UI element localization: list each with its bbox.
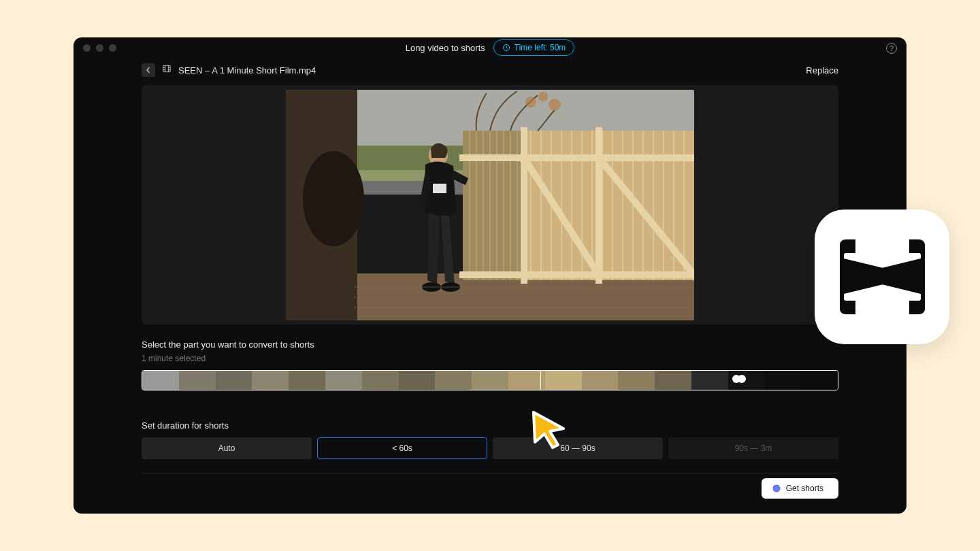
- duration-option-60-90[interactable]: 60 — 90s: [493, 437, 663, 459]
- divider: [142, 473, 838, 473]
- timeline-thumb[interactable]: [545, 371, 582, 390]
- replace-button[interactable]: Replace: [806, 65, 838, 76]
- window-controls[interactable]: [83, 44, 116, 52]
- chevron-left-icon: [146, 67, 151, 73]
- back-button[interactable]: [142, 63, 155, 77]
- timeline-thumb[interactable]: [362, 371, 399, 390]
- get-shorts-button[interactable]: Get shorts: [762, 478, 838, 499]
- titlebar: Long video to shorts Time left: 50m ?: [74, 37, 906, 58]
- clock-icon: [502, 44, 510, 52]
- titlebar-title: Long video to shorts: [406, 43, 485, 53]
- help-icon[interactable]: ?: [886, 43, 897, 54]
- svg-point-47: [525, 97, 536, 107]
- capcut-logo-icon: [836, 239, 928, 314]
- timeline-thumb[interactable]: [728, 371, 765, 390]
- preview-frame: [286, 90, 694, 320]
- app-logo-badge: [815, 210, 949, 344]
- timeline-thumb[interactable]: [765, 371, 802, 390]
- app-window: Long video to shorts Time left: 50m ?: [74, 37, 906, 514]
- minimize-dot[interactable]: [96, 44, 103, 52]
- timeline-thumb[interactable]: [399, 371, 436, 390]
- timeline-thumb[interactable]: [655, 371, 691, 390]
- svg-rect-14: [463, 131, 524, 280]
- duration-label: Set duration for shorts: [142, 420, 838, 431]
- timeline-thumb[interactable]: [582, 371, 619, 390]
- svg-point-46: [303, 151, 364, 246]
- duration-option-under60[interactable]: < 60s: [317, 437, 487, 459]
- svg-rect-13: [524, 131, 694, 280]
- filename-label: SEEN – A 1 Minute Short Film.mp4: [178, 65, 316, 76]
- duration-options: Auto < 60s 60 — 90s 90s — 3m: [142, 437, 838, 459]
- duration-option-90-3m: 90s — 3m: [668, 437, 838, 459]
- timeline-thumb[interactable]: [435, 371, 472, 390]
- timeline-thumb[interactable]: [252, 371, 289, 390]
- time-left-pill: Time left: 50m: [493, 39, 575, 56]
- svg-rect-51: [433, 184, 446, 193]
- timeline-playhead[interactable]: [540, 370, 542, 390]
- get-shorts-label: Get shorts: [786, 484, 823, 493]
- sparkle-icon: [772, 484, 781, 492]
- duration-option-auto[interactable]: Auto: [142, 437, 312, 459]
- timeline-thumb[interactable]: [142, 371, 179, 390]
- timeline-thumb[interactable]: [325, 371, 362, 390]
- file-header: SEEN – A 1 Minute Short Film.mp4 Replace: [142, 63, 838, 77]
- selected-duration-text: 1 minute selected: [142, 354, 838, 363]
- timeline-thumb[interactable]: [472, 371, 508, 390]
- svg-point-49: [549, 99, 561, 111]
- svg-point-48: [538, 92, 548, 101]
- timeline-thumb[interactable]: [289, 371, 325, 390]
- film-icon: [162, 64, 172, 76]
- timeline-thumb[interactable]: [618, 371, 655, 390]
- timeline-thumb[interactable]: [179, 371, 216, 390]
- svg-rect-1: [163, 65, 171, 71]
- timeline-thumb[interactable]: [691, 371, 728, 390]
- timeline-strip[interactable]: [142, 370, 838, 390]
- close-dot[interactable]: [83, 44, 91, 52]
- select-part-label: Select the part you want to convert to s…: [142, 339, 838, 350]
- video-preview[interactable]: [142, 85, 838, 324]
- zoom-dot[interactable]: [109, 44, 116, 52]
- timeline-thumb[interactable]: [801, 371, 838, 390]
- time-left-text: Time left: 50m: [514, 43, 566, 52]
- timeline-thumb[interactable]: [216, 371, 252, 390]
- main-content: SEEN – A 1 Minute Short Film.mp4 Replace: [74, 58, 906, 514]
